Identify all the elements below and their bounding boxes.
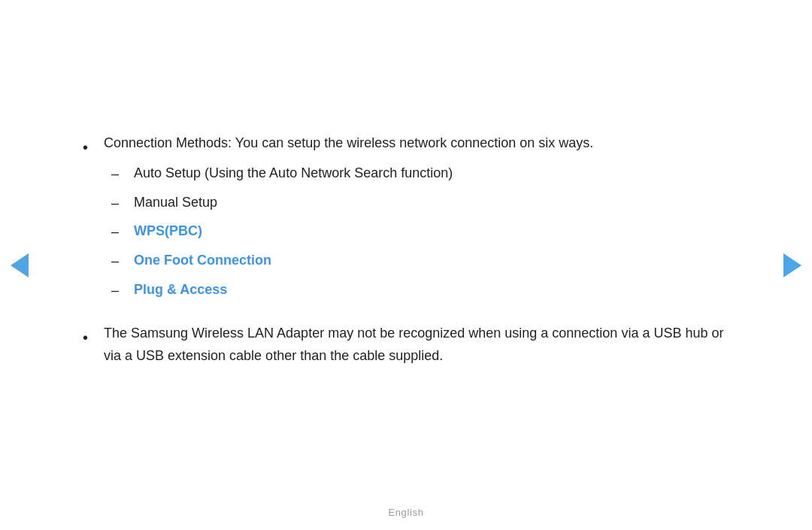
- page-container: • Connection Methods: You can setup the …: [0, 0, 812, 530]
- sub-list-item: – Auto Setup (Using the Auto Network Sea…: [111, 162, 729, 186]
- sub-list-item: – Plug & Access: [111, 279, 729, 302]
- sub-dash: –: [111, 250, 134, 273]
- sub-item-1-text: Auto Setup (Using the Auto Network Searc…: [134, 162, 729, 185]
- bullet-dot: •: [83, 135, 104, 159]
- bullet-dot: •: [83, 326, 104, 350]
- bullet1-text: Connection Methods: You can setup the wi…: [104, 135, 593, 150]
- footer-language: English: [388, 507, 423, 518]
- wps-pbc-link[interactable]: WPS(PBC): [134, 220, 729, 243]
- sub-item-2-text: Manual Setup: [134, 192, 729, 214]
- content-area: • Connection Methods: You can setup the …: [68, 117, 744, 413]
- sub-dash: –: [111, 192, 134, 215]
- sub-list-item: – WPS(PBC): [111, 220, 729, 244]
- bullet-text: Connection Methods: You can setup the wi…: [104, 132, 729, 307]
- left-arrow-icon: [11, 253, 29, 277]
- plug-access-link[interactable]: Plug & Access: [134, 279, 729, 301]
- sub-list: – Auto Setup (Using the Auto Network Sea…: [111, 162, 729, 301]
- list-item: • The Samsung Wireless LAN Adapter may n…: [83, 323, 729, 367]
- one-foot-connection-link[interactable]: One Foot Connection: [134, 250, 729, 272]
- right-arrow-icon: [783, 253, 801, 277]
- sub-dash: –: [111, 163, 134, 186]
- list-item: • Connection Methods: You can setup the …: [83, 132, 729, 307]
- nav-prev-button[interactable]: [8, 253, 32, 277]
- sub-dash: –: [111, 221, 134, 244]
- sub-list-item: – One Foot Connection: [111, 250, 729, 273]
- main-list: • Connection Methods: You can setup the …: [83, 132, 729, 368]
- sub-dash: –: [111, 280, 134, 302]
- sub-list-item: – Manual Setup: [111, 192, 729, 215]
- bullet2-text: The Samsung Wireless LAN Adapter may not…: [104, 323, 729, 367]
- nav-next-button[interactable]: [780, 253, 804, 277]
